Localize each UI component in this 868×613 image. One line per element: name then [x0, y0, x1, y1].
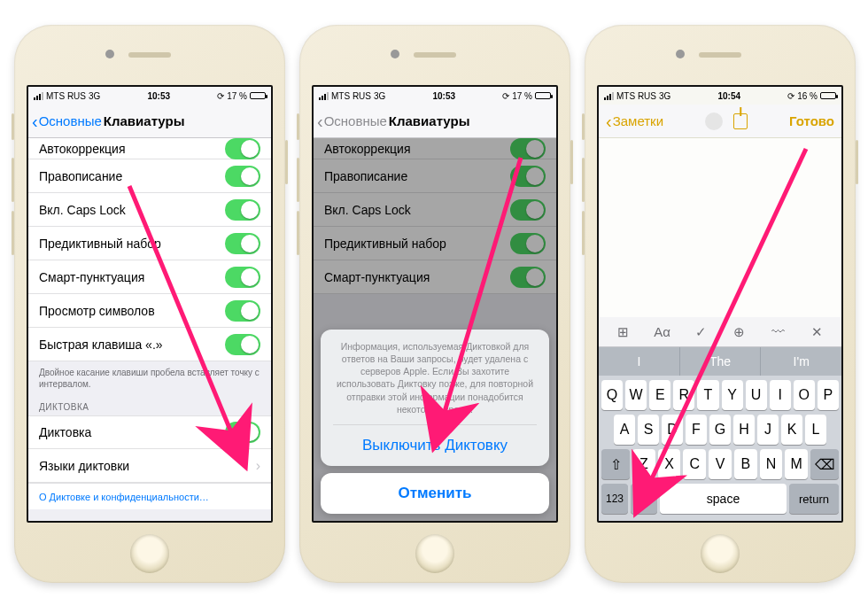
- suggestion-3[interactable]: I'm: [761, 347, 841, 376]
- key-n[interactable]: N: [760, 449, 783, 479]
- table-icon[interactable]: ⊞: [612, 321, 635, 344]
- home-button[interactable]: [130, 534, 169, 573]
- key-v[interactable]: V: [709, 449, 732, 479]
- row-dictation-langs[interactable]: Языки диктовки›: [28, 449, 271, 483]
- network-label: 3G: [374, 91, 385, 101]
- share-icon[interactable]: [733, 113, 748, 129]
- done-button[interactable]: Готово: [789, 113, 834, 128]
- key-f[interactable]: F: [686, 415, 707, 445]
- statusbar: MTS RUS 3G 10:53 ⟳ 17 %: [28, 87, 271, 105]
- suggestion-1[interactable]: I: [599, 347, 680, 376]
- action-sheet: Информация, используемая Диктовкой для о…: [321, 330, 549, 466]
- add-icon[interactable]: ⊕: [728, 321, 751, 344]
- key-a[interactable]: A: [614, 415, 635, 445]
- close-icon[interactable]: ✕: [805, 321, 828, 344]
- toggle-dictation[interactable]: [225, 422, 260, 443]
- disable-dictation-button[interactable]: Выключить Диктовку: [333, 424, 537, 466]
- battery-percent: 17 %: [227, 91, 247, 101]
- return-key[interactable]: return: [789, 484, 839, 514]
- row-charpreview[interactable]: Просмотр символов: [28, 294, 271, 328]
- battery-percent: 16 %: [797, 91, 818, 101]
- row-predictive[interactable]: Предиктивный набор: [28, 227, 271, 260]
- toggle-capslock[interactable]: [225, 199, 260, 221]
- key-x[interactable]: X: [658, 449, 681, 479]
- carrier-label: MTS RUS: [616, 91, 656, 101]
- key-p[interactable]: P: [818, 380, 839, 410]
- home-button[interactable]: [415, 534, 454, 573]
- battery-percent: 17 %: [512, 91, 532, 101]
- back-button: ‹Основные: [317, 113, 387, 130]
- key-b[interactable]: B: [734, 449, 757, 479]
- key-g[interactable]: G: [709, 415, 731, 445]
- signal-icon: [604, 92, 614, 100]
- key-w[interactable]: W: [625, 380, 647, 410]
- battery-icon: [250, 92, 266, 99]
- phone-1: MTS RUS 3G 10:53 ⟳ 17 % ‹Основные Клавиа…: [14, 25, 285, 583]
- toggle-predictive[interactable]: [225, 233, 260, 254]
- key-j[interactable]: J: [757, 415, 779, 445]
- key-c[interactable]: C: [683, 449, 706, 479]
- backspace-key[interactable]: ⌫: [810, 449, 839, 479]
- row-capslock[interactable]: Вкл. Caps Lock: [28, 193, 271, 227]
- network-label: 3G: [89, 91, 100, 101]
- back-button[interactable]: ‹Заметки: [606, 113, 663, 130]
- key-d[interactable]: D: [662, 415, 683, 445]
- suggestion-bar: I The I'm: [599, 347, 841, 376]
- back-button[interactable]: ‹Основные: [32, 113, 102, 130]
- privacy-link[interactable]: О Диктовке и конфиденциальности…: [28, 483, 271, 509]
- rotation-lock-icon: ⟳: [217, 91, 224, 101]
- key-r[interactable]: R: [673, 380, 694, 410]
- toggle-shortcut[interactable]: [225, 334, 260, 355]
- checklist-icon[interactable]: ✓: [689, 321, 712, 344]
- toggle-autocorrect[interactable]: [225, 138, 260, 159]
- footer-hint: Двойное касание клавиши пробела вставляе…: [28, 361, 271, 393]
- screen-3: MTS RUS 3G 10:54 ⟳ 16 % ‹Заметки Готово …: [597, 85, 843, 523]
- key-m[interactable]: M: [785, 449, 808, 479]
- chevron-left-icon: ‹: [32, 113, 38, 130]
- textformat-icon[interactable]: Aα: [650, 321, 673, 344]
- phone-3: MTS RUS 3G 10:54 ⟳ 16 % ‹Заметки Готово …: [585, 25, 856, 583]
- key-z[interactable]: Z: [632, 449, 655, 479]
- page-title: Клавиатуры: [389, 113, 470, 128]
- number-key[interactable]: 123: [601, 484, 628, 514]
- suggestion-2[interactable]: The: [680, 347, 762, 376]
- key-u[interactable]: U: [746, 380, 767, 410]
- navbar: ‹Основные Клавиатуры: [28, 105, 271, 138]
- statusbar: MTS RUS 3G 10:53 ⟳ 17 %: [314, 87, 556, 105]
- toggle-spelling[interactable]: [225, 166, 260, 187]
- chevron-right-icon: ›: [256, 458, 260, 474]
- time-label: 10:54: [717, 91, 740, 101]
- space-key[interactable]: space: [660, 484, 787, 514]
- row-dictation[interactable]: Диктовка: [28, 415, 271, 449]
- key-o[interactable]: O: [794, 380, 815, 410]
- navbar: ‹Основные Клавиатуры: [314, 105, 556, 138]
- keyboard: ⊞ Aα ✓ ⊕ 〰 ✕ I The I'm QWERTYUIOP ASDFGH…: [599, 317, 841, 521]
- key-e[interactable]: E: [649, 380, 670, 410]
- key-y[interactable]: Y: [722, 380, 743, 410]
- key-q[interactable]: Q: [601, 380, 623, 410]
- key-s[interactable]: S: [638, 415, 659, 445]
- sheet-message: Информация, используемая Диктовкой для о…: [333, 340, 537, 424]
- cancel-button[interactable]: Отменить: [321, 473, 549, 514]
- globe-key[interactable]: 🌐: [631, 484, 657, 514]
- key-t[interactable]: T: [697, 380, 718, 410]
- carrier-label: MTS RUS: [46, 91, 86, 101]
- shift-key[interactable]: ⇧: [601, 449, 630, 479]
- key-h[interactable]: H: [733, 415, 755, 445]
- key-k[interactable]: K: [781, 415, 802, 445]
- toggle-smartpunct[interactable]: [225, 267, 260, 288]
- row-shortcut[interactable]: Быстрая клавиша «.»: [28, 328, 271, 361]
- time-label: 10:53: [432, 91, 455, 101]
- row-smartpunct[interactable]: Смарт-пунктуация: [28, 260, 271, 294]
- key-i[interactable]: I: [770, 380, 791, 410]
- key-l[interactable]: L: [805, 415, 826, 445]
- draw-icon[interactable]: 〰: [766, 321, 789, 344]
- toggle-charpreview[interactable]: [225, 300, 260, 322]
- home-button[interactable]: [701, 534, 740, 573]
- rotation-lock-icon: ⟳: [502, 91, 509, 101]
- collaborate-icon[interactable]: [705, 113, 723, 130]
- row-autocorrect[interactable]: Автокоррекция: [28, 138, 271, 159]
- screen-2: MTS RUS 3G 10:53 ⟳ 17 % ‹Основные Клавиа…: [312, 85, 558, 523]
- screen-1: MTS RUS 3G 10:53 ⟳ 17 % ‹Основные Клавиа…: [27, 85, 273, 523]
- row-spelling[interactable]: Правописание: [28, 159, 271, 193]
